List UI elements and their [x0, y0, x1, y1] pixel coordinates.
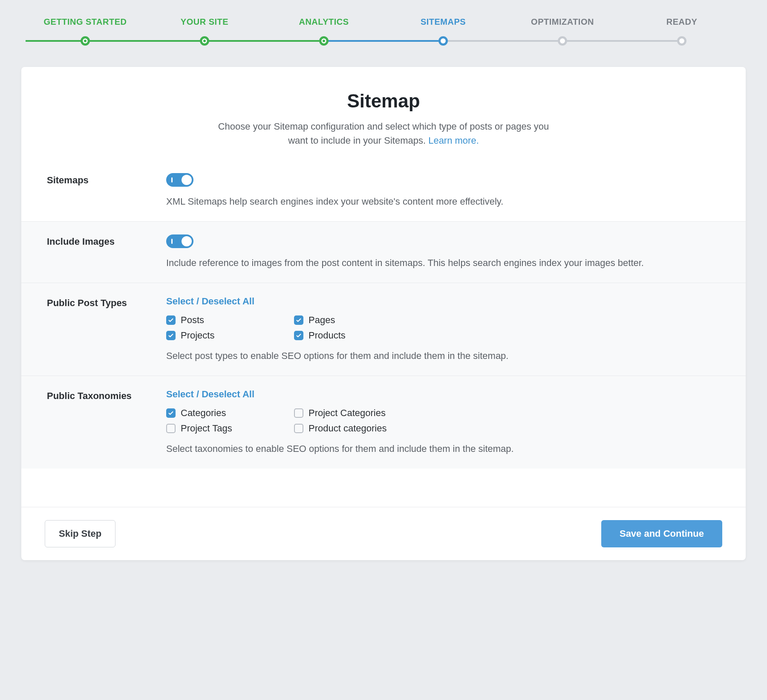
wizard-stepper: GETTING STARTEDYOUR SITEANALYTICSSITEMAP… — [26, 17, 741, 46]
checkbox-label: Pages — [309, 315, 335, 326]
step-label: READY — [622, 17, 741, 27]
help-taxonomies: Select taxonomies to enable SEO options … — [166, 442, 729, 456]
step-connector — [26, 40, 85, 42]
help-include-images: Include reference to images from the pos… — [166, 256, 729, 270]
checkbox-icon — [166, 408, 176, 418]
checkbox-label: Projects — [181, 330, 214, 341]
checkbox-label: Categories — [181, 408, 226, 419]
step-connector — [324, 40, 443, 42]
learn-more-link[interactable]: Learn more. — [428, 135, 479, 146]
step-label: SITEMAPS — [384, 17, 503, 27]
step-label: GETTING STARTED — [26, 17, 145, 27]
step-connector — [205, 40, 324, 42]
select-all-taxonomies[interactable]: Select / Deselect All — [166, 389, 254, 400]
checkbox-label: Product categories — [309, 423, 386, 434]
card-header: Sitemap Choose your Sitemap configuratio… — [21, 67, 746, 160]
checkbox-label: Posts — [181, 315, 204, 326]
step-dot-icon — [319, 36, 329, 46]
step-label: OPTIMIZATION — [503, 17, 622, 27]
checkbox-label: Project Categories — [309, 408, 386, 419]
label-post-types: Public Post Types — [47, 296, 166, 363]
checkbox-icon — [294, 331, 303, 340]
step-dot-icon — [677, 36, 686, 46]
label-taxonomies: Public Taxonomies — [47, 389, 166, 456]
step-label: YOUR SITE — [145, 17, 264, 27]
checkbox-icon — [294, 408, 303, 418]
checkbox-taxonomy-categories[interactable]: Categories — [166, 408, 285, 419]
checkbox-icon — [166, 424, 176, 433]
section-taxonomies: Public Taxonomies Select / Deselect All … — [21, 376, 746, 469]
section-include-images: Include Images Include reference to imag… — [21, 221, 746, 283]
label-sitemaps: Sitemaps — [47, 173, 166, 208]
checkbox-icon — [294, 315, 303, 325]
subtitle-text: Choose your Sitemap configuration and se… — [218, 121, 549, 146]
checkbox-label: Products — [309, 330, 346, 341]
checkbox-icon — [294, 424, 303, 433]
step-dot-icon — [438, 36, 448, 46]
step-dot-icon — [81, 36, 90, 46]
step-dot-icon — [558, 36, 567, 46]
checkbox-icon — [166, 331, 176, 340]
checkbox-icon — [166, 315, 176, 325]
wizard-footer: Skip Step Save and Continue — [21, 507, 746, 560]
help-sitemaps: XML Sitemaps help search engines index y… — [166, 194, 729, 208]
select-all-post-types[interactable]: Select / Deselect All — [166, 296, 254, 307]
toggle-include-images[interactable] — [166, 234, 193, 248]
save-continue-button[interactable]: Save and Continue — [601, 520, 722, 547]
checkbox-posttype-posts[interactable]: Posts — [166, 315, 285, 326]
wizard-card: Sitemap Choose your Sitemap configuratio… — [21, 67, 746, 560]
step-dot-icon — [200, 36, 209, 46]
help-post-types: Select post types to enable SEO options … — [166, 349, 729, 363]
step-connector — [562, 40, 682, 42]
section-post-types: Public Post Types Select / Deselect All … — [21, 283, 746, 376]
checkbox-posttype-projects[interactable]: Projects — [166, 330, 285, 341]
toggle-sitemaps[interactable] — [166, 173, 193, 187]
step-label: ANALYTICS — [264, 17, 384, 27]
skip-step-button[interactable]: Skip Step — [45, 520, 115, 547]
checkbox-label: Project Tags — [181, 423, 232, 434]
label-include-images: Include Images — [47, 234, 166, 270]
section-sitemaps: Sitemaps XML Sitemaps help search engine… — [21, 160, 746, 221]
step-connector — [85, 40, 205, 42]
step-connector — [443, 40, 562, 42]
checkbox-taxonomy-project-categories[interactable]: Project Categories — [294, 408, 413, 419]
page-title: Sitemap — [38, 90, 729, 112]
checkbox-posttype-pages[interactable]: Pages — [294, 315, 413, 326]
checkbox-taxonomy-product-categories[interactable]: Product categories — [294, 423, 413, 434]
checkbox-posttype-products[interactable]: Products — [294, 330, 413, 341]
page-subtitle: Choose your Sitemap configuration and se… — [209, 119, 558, 148]
checkbox-taxonomy-project-tags[interactable]: Project Tags — [166, 423, 285, 434]
